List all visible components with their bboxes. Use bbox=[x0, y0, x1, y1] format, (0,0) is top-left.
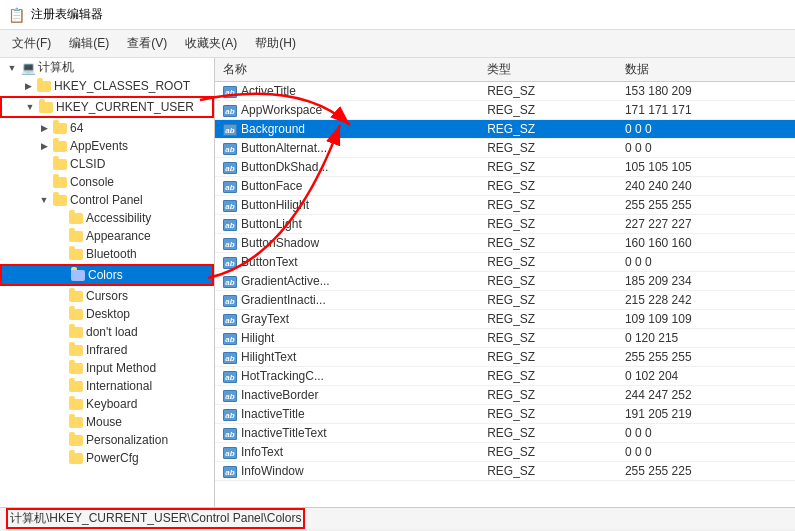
table-row[interactable]: abButtonFaceREG_SZ240 240 240 bbox=[215, 177, 795, 196]
expand-classes-root[interactable]: ▶ bbox=[20, 78, 36, 94]
table-row[interactable]: abGradientActive...REG_SZ185 209 234 bbox=[215, 272, 795, 291]
tree-item-desktop[interactable]: Desktop bbox=[0, 305, 214, 323]
registry-table: 名称 类型 数据 abActiveTitleREG_SZ153 180 209a… bbox=[215, 58, 795, 481]
console-icon bbox=[52, 174, 68, 190]
tree-pane[interactable]: ▼ 💻 计算机 ▶ HKEY_CLASSES_ROOT ▼ HKEY_CURRE… bbox=[0, 58, 215, 507]
clsid-label: CLSID bbox=[70, 157, 105, 171]
table-row[interactable]: abGrayTextREG_SZ109 109 109 bbox=[215, 310, 795, 329]
tree-item-computer[interactable]: ▼ 💻 计算机 bbox=[0, 58, 214, 77]
tree-item-appevents[interactable]: ▶ AppEvents bbox=[0, 137, 214, 155]
reg-data-cell: 255 255 225 bbox=[617, 462, 795, 481]
tree-item-colors[interactable]: Colors bbox=[2, 266, 212, 284]
table-row[interactable]: abInactiveTitleTextREG_SZ0 0 0 bbox=[215, 424, 795, 443]
content-pane[interactable]: 名称 类型 数据 abActiveTitleREG_SZ153 180 209a… bbox=[215, 58, 795, 507]
reg-name-cell: abButtonShadow bbox=[215, 234, 479, 253]
tree-item-64[interactable]: ▶ 64 bbox=[0, 119, 214, 137]
dontload-icon bbox=[68, 324, 84, 340]
table-row[interactable]: abButtonAlternat...REG_SZ0 0 0 bbox=[215, 139, 795, 158]
table-row[interactable]: abButtonTextREG_SZ0 0 0 bbox=[215, 253, 795, 272]
table-row[interactable]: abBackgroundREG_SZ0 0 0 bbox=[215, 120, 795, 139]
classes-root-icon bbox=[36, 78, 52, 94]
expand-computer[interactable]: ▼ bbox=[4, 60, 20, 76]
infrared-icon bbox=[68, 342, 84, 358]
bluetooth-label: Bluetooth bbox=[86, 247, 137, 261]
tree-item-current-user[interactable]: ▼ HKEY_CURRENT_USER bbox=[2, 98, 212, 116]
table-row[interactable]: abHilightTextREG_SZ255 255 255 bbox=[215, 348, 795, 367]
tree-item-keyboard[interactable]: Keyboard bbox=[0, 395, 214, 413]
table-row[interactable]: abButtonLightREG_SZ227 227 227 bbox=[215, 215, 795, 234]
reg-name-cell: abHilightText bbox=[215, 348, 479, 367]
reg-data-cell: 153 180 209 bbox=[617, 82, 795, 101]
tree-item-personalization[interactable]: Personalization bbox=[0, 431, 214, 449]
tree-item-console[interactable]: Console bbox=[0, 173, 214, 191]
computer-icon: 💻 bbox=[20, 60, 36, 76]
table-row[interactable]: abButtonDkShad...REG_SZ105 105 105 bbox=[215, 158, 795, 177]
tree-item-input-method[interactable]: Input Method bbox=[0, 359, 214, 377]
tree-item-accessibility[interactable]: Accessibility bbox=[0, 209, 214, 227]
menu-item-a[interactable]: 收藏夹(A) bbox=[177, 32, 245, 55]
control-panel-icon bbox=[52, 192, 68, 208]
reg-name-cell: abInactiveTitle bbox=[215, 405, 479, 424]
tree-item-international[interactable]: International bbox=[0, 377, 214, 395]
reg-type-cell: REG_SZ bbox=[479, 443, 617, 462]
tree-item-mouse[interactable]: Mouse bbox=[0, 413, 214, 431]
reg-type-cell: REG_SZ bbox=[479, 101, 617, 120]
col-type[interactable]: 类型 bbox=[479, 58, 617, 82]
table-row[interactable]: abInfoWindowREG_SZ255 255 225 bbox=[215, 462, 795, 481]
reg-data-cell: 240 240 240 bbox=[617, 177, 795, 196]
table-row[interactable]: abAppWorkspaceREG_SZ171 171 171 bbox=[215, 101, 795, 120]
col-data[interactable]: 数据 bbox=[617, 58, 795, 82]
menu-item-h[interactable]: 帮助(H) bbox=[247, 32, 304, 55]
infrared-label: Infrared bbox=[86, 343, 127, 357]
appevents-icon bbox=[52, 138, 68, 154]
menu-item-e[interactable]: 编辑(E) bbox=[61, 32, 117, 55]
computer-label: 计算机 bbox=[38, 59, 74, 76]
reg-type-cell: REG_SZ bbox=[479, 386, 617, 405]
international-icon bbox=[68, 378, 84, 394]
expand-64[interactable]: ▶ bbox=[36, 120, 52, 136]
desktop-icon bbox=[68, 306, 84, 322]
table-row[interactable]: abHilightREG_SZ0 120 215 bbox=[215, 329, 795, 348]
reg-data-cell: 0 0 0 bbox=[617, 424, 795, 443]
expand-control-panel[interactable]: ▼ bbox=[36, 192, 52, 208]
64-icon bbox=[52, 120, 68, 136]
tree-item-appearance[interactable]: Appearance bbox=[0, 227, 214, 245]
table-row[interactable]: abInactiveTitleREG_SZ191 205 219 bbox=[215, 405, 795, 424]
tree-item-cursors[interactable]: Cursors bbox=[0, 287, 214, 305]
table-row[interactable]: abGradientInacti...REG_SZ215 228 242 bbox=[215, 291, 795, 310]
reg-data-cell: 215 228 242 bbox=[617, 291, 795, 310]
reg-name-cell: abButtonHilight bbox=[215, 196, 479, 215]
tree-item-classes-root[interactable]: ▶ HKEY_CLASSES_ROOT bbox=[0, 77, 214, 95]
bluetooth-icon bbox=[68, 246, 84, 262]
title-bar: 📋 注册表编辑器 bbox=[0, 0, 795, 30]
cursors-label: Cursors bbox=[86, 289, 128, 303]
reg-type-cell: REG_SZ bbox=[479, 367, 617, 386]
colors-highlight-box: Colors bbox=[0, 264, 214, 286]
expand-appevents[interactable]: ▶ bbox=[36, 138, 52, 154]
reg-type-cell: REG_SZ bbox=[479, 82, 617, 101]
control-panel-label: Control Panel bbox=[70, 193, 143, 207]
menu-item-v[interactable]: 查看(V) bbox=[119, 32, 175, 55]
tree-item-infrared[interactable]: Infrared bbox=[0, 341, 214, 359]
tree-item-bluetooth[interactable]: Bluetooth bbox=[0, 245, 214, 263]
desktop-label: Desktop bbox=[86, 307, 130, 321]
tree-item-dontload[interactable]: don't load bbox=[0, 323, 214, 341]
table-row[interactable]: abButtonShadowREG_SZ160 160 160 bbox=[215, 234, 795, 253]
table-row[interactable]: abInactiveBorderREG_SZ244 247 252 bbox=[215, 386, 795, 405]
table-row[interactable]: abActiveTitleREG_SZ153 180 209 bbox=[215, 82, 795, 101]
tree-item-powercfg[interactable]: PowerCfg bbox=[0, 449, 214, 467]
tree-item-control-panel[interactable]: ▼ Control Panel bbox=[0, 191, 214, 209]
reg-data-cell: 185 209 234 bbox=[617, 272, 795, 291]
dontload-label: don't load bbox=[86, 325, 138, 339]
table-row[interactable]: abButtonHilightREG_SZ255 255 255 bbox=[215, 196, 795, 215]
reg-name-cell: abButtonAlternat... bbox=[215, 139, 479, 158]
col-name[interactable]: 名称 bbox=[215, 58, 479, 82]
expand-current-user[interactable]: ▼ bbox=[22, 99, 38, 115]
menu-item-f[interactable]: 文件(F) bbox=[4, 32, 59, 55]
table-row[interactable]: abInfoTextREG_SZ0 0 0 bbox=[215, 443, 795, 462]
table-row[interactable]: abHotTrackingC...REG_SZ0 102 204 bbox=[215, 367, 795, 386]
tree-item-clsid[interactable]: CLSID bbox=[0, 155, 214, 173]
reg-type-cell: REG_SZ bbox=[479, 462, 617, 481]
current-user-highlight-box: ▼ HKEY_CURRENT_USER bbox=[0, 96, 214, 118]
international-label: International bbox=[86, 379, 152, 393]
